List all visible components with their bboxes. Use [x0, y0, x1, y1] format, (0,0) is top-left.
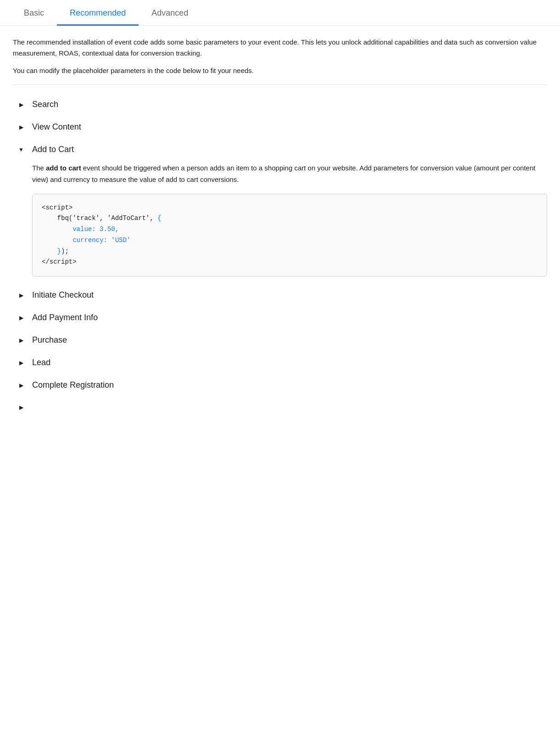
- code-line-1: <script>: [42, 203, 538, 214]
- accordion-header-view-content[interactable]: View Content: [13, 116, 547, 138]
- accordion-search: Search: [13, 93, 547, 116]
- add-to-cart-bold: add to cart: [46, 164, 81, 172]
- tab-basic[interactable]: Basic: [11, 0, 57, 26]
- chevron-right-icon: [17, 336, 26, 345]
- code-line-4: currency: 'USD': [42, 235, 538, 246]
- accordion-complete-registration: [13, 396, 547, 418]
- code-line-3: value: 3.50,: [42, 224, 538, 235]
- accordion-header-add-to-cart[interactable]: Add to Cart: [13, 138, 547, 161]
- description-line2: You can modify the placeholder parameter…: [13, 65, 547, 76]
- tab-advanced[interactable]: Advanced: [139, 0, 201, 26]
- accordion-header-initiate-checkout[interactable]: Add Payment Info: [13, 306, 547, 329]
- chevron-right-icon: [17, 291, 26, 300]
- accordion-view-content: View Content: [13, 116, 547, 138]
- code-line-6: </script>: [42, 257, 538, 268]
- accordion-title-add-to-cart: Add to Cart: [32, 145, 74, 154]
- accordion-lead: Complete Registration: [13, 374, 547, 396]
- tab-bar: Basic Recommended Advanced: [0, 0, 560, 26]
- accordion-title-view-content: View Content: [32, 122, 81, 132]
- divider: [13, 85, 547, 85]
- tab-recommended[interactable]: Recommended: [57, 0, 139, 26]
- chevron-right-icon: [17, 403, 26, 412]
- accordion-add-to-wishlist: Initiate Checkout: [13, 284, 547, 306]
- accordion-title-lead: Complete Registration: [32, 380, 114, 390]
- accordion-add-payment-info: Purchase: [13, 329, 547, 351]
- description-block: The recommended installation of event co…: [13, 37, 547, 76]
- code-block-add-to-cart: <script> fbq('track', 'AddToCart', { val…: [32, 194, 547, 277]
- accordion-title-add-payment-info: Purchase: [32, 335, 67, 345]
- chevron-right-icon: [17, 100, 26, 109]
- accordion-title-initiate-checkout: Add Payment Info: [32, 313, 98, 322]
- chevron-down-icon: [17, 145, 26, 154]
- chevron-right-icon: [17, 381, 26, 390]
- accordion-body-add-to-cart: The add to cart event should be triggere…: [13, 161, 547, 284]
- main-content: The recommended installation of event co…: [0, 26, 560, 433]
- description-line1: The recommended installation of event co…: [13, 37, 547, 59]
- accordion-header-purchase[interactable]: Lead: [13, 351, 547, 374]
- accordion-header-search[interactable]: Search: [13, 93, 547, 116]
- accordion-title-search: Search: [32, 100, 58, 109]
- accordion-add-to-cart: Add to Cart The add to cart event should…: [13, 138, 547, 284]
- accordion-title-add-to-wishlist: Initiate Checkout: [32, 290, 94, 300]
- accordion-header-add-payment-info[interactable]: Purchase: [13, 329, 547, 351]
- code-line-2: fbq('track', 'AddToCart', {: [42, 213, 538, 224]
- accordion-title-purchase: Lead: [32, 358, 50, 367]
- page-container: Basic Recommended Advanced The recommend…: [0, 0, 560, 734]
- chevron-right-icon: [17, 123, 26, 132]
- accordion-header-add-to-wishlist[interactable]: Initiate Checkout: [13, 284, 547, 306]
- accordion-header-lead[interactable]: Complete Registration: [13, 374, 547, 396]
- accordion-purchase: Lead: [13, 351, 547, 374]
- chevron-right-icon: [17, 358, 26, 367]
- add-to-cart-description: The add to cart event should be triggere…: [32, 163, 547, 186]
- accordion-header-complete-registration[interactable]: [13, 396, 547, 418]
- accordion-initiate-checkout: Add Payment Info: [13, 306, 547, 329]
- code-line-5: });: [42, 246, 538, 257]
- chevron-right-icon: [17, 313, 26, 322]
